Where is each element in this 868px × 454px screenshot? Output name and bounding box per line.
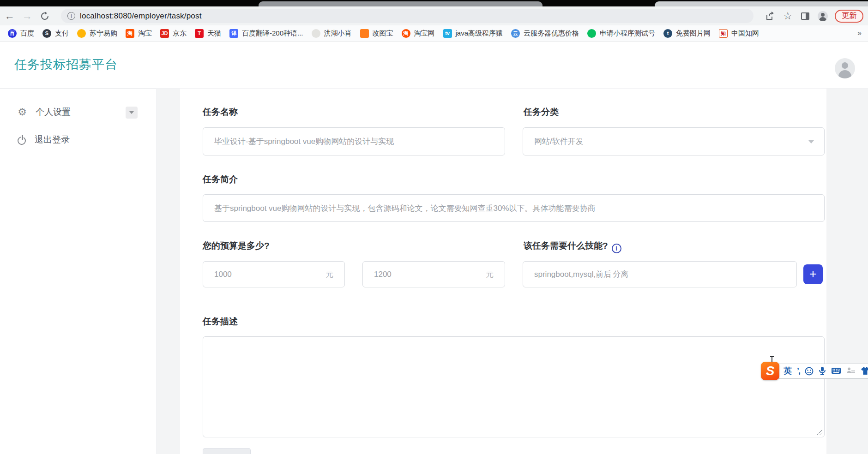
skin-shirt-icon[interactable] (861, 367, 868, 375)
profile-icon[interactable] (817, 11, 828, 22)
keyboard-icon[interactable] (831, 367, 841, 375)
budget-min-input[interactable]: 1000 元 (203, 261, 345, 287)
bookmark-item[interactable]: 百 百度 (4, 27, 38, 40)
task-post-form: 任务名称 毕业设计-基于springboot vue购物网站的设计与实现 任务分… (180, 89, 826, 454)
bookmark-label: 云服务器优惠价格 (524, 29, 579, 38)
sidebar-item-personal-settings[interactable]: ⚙ 个人设置 (0, 101, 157, 124)
bookmark-favicon: tv (443, 29, 452, 38)
budget-unit: 元 (486, 269, 494, 280)
sidebar: ⚙ 个人设置 退出登录 (0, 89, 157, 454)
bookmark-item[interactable]: 知 中国知网 (715, 27, 763, 40)
resize-handle-icon[interactable] (817, 430, 822, 435)
bookmark-favicon: 百 (8, 29, 17, 38)
address-bar[interactable]: i localhost:8080/employer/task/post (61, 9, 753, 23)
bookmark-label: 京东 (173, 29, 187, 38)
bookmark-label: java高级程序猿 (456, 29, 503, 38)
share-icon[interactable] (765, 11, 776, 22)
text-caret (612, 270, 612, 279)
task-name-value: 毕业设计-基于springboot vue购物网站的设计与实现 (214, 136, 394, 147)
app-title: 任务投标招募平台 (14, 56, 118, 73)
browser-tab[interactable] (259, 1, 542, 6)
site-info-icon[interactable]: i (67, 12, 75, 20)
bookmark-label: 中国知网 (731, 29, 759, 38)
chevron-down-icon (129, 111, 134, 114)
reload-icon[interactable] (37, 8, 53, 24)
url-text: localhost:8080/employer/task/post (80, 12, 202, 21)
ime-punctuation-toggle[interactable]: ’, (797, 366, 800, 376)
bookmark-favicon: T (195, 29, 204, 38)
bookmark-item[interactable]: JD 京东 (156, 27, 191, 40)
user-avatar[interactable] (835, 58, 855, 78)
task-category-value: 网站/软件开发 (534, 136, 584, 147)
budget-label: 您的预算是多少? (203, 240, 270, 252)
task-intro-input[interactable]: 基于springboot vue购物网站的设计与实现，包含源码和论文，论文需要知… (203, 194, 825, 222)
bookmark-label: 苏宁易购 (90, 29, 117, 38)
bookmark-item[interactable]: 苏宁易购 (73, 27, 121, 40)
browser-tab-active[interactable] (655, 1, 868, 6)
bookmarks-overflow-icon[interactable]: » (857, 29, 864, 37)
submit-button-partial[interactable] (203, 448, 251, 454)
side-panel-icon[interactable] (800, 11, 811, 22)
bookmark-item[interactable]: S 支付 (38, 27, 73, 40)
task-name-input[interactable]: 毕业设计-基于springboot vue购物网站的设计与实现 (203, 127, 505, 155)
bookmark-favicon: 云 (511, 29, 520, 38)
main-content: 任务名称 毕业设计-基于springboot vue购物网站的设计与实现 任务分… (157, 89, 868, 454)
gear-icon: ⚙ (17, 106, 28, 118)
bookmark-favicon (360, 29, 369, 38)
sidebar-item-label: 退出登录 (35, 134, 70, 146)
bookmark-label: 百度 (20, 29, 34, 38)
bookmark-item[interactable]: 淘 淘宝 (121, 27, 156, 40)
task-intro-label: 任务简介 (203, 173, 238, 185)
bookmark-label: 淘宝 (138, 29, 152, 38)
microphone-icon[interactable] (819, 366, 826, 376)
bookmark-item[interactable]: t 免费图片网 (659, 27, 715, 40)
bookmark-item[interactable]: 改图宝 (356, 27, 398, 40)
info-icon[interactable]: i (612, 244, 621, 253)
task-name-label: 任务名称 (203, 106, 238, 118)
sidebar-item-label: 个人设置 (36, 106, 71, 118)
bookmark-label: 改图宝 (373, 29, 393, 38)
bookmark-label: 百度翻译-200种语... (242, 29, 303, 38)
bookmark-label: 支付 (55, 29, 69, 38)
task-intro-value: 基于springboot vue购物网站的设计与实现，包含源码和论文，论文需要知… (214, 203, 596, 214)
budget-unit: 元 (326, 269, 333, 280)
add-skill-button[interactable]: + (803, 264, 823, 284)
bookmark-item[interactable]: 申请小程序测试号 (583, 27, 659, 40)
select-caret-icon (808, 140, 814, 143)
bookmark-label: 天猫 (207, 29, 221, 38)
sidebar-item-logout[interactable]: 退出登录 (0, 128, 157, 151)
bookmark-favicon: 淘 (402, 29, 410, 38)
bookmark-item[interactable]: 译 百度翻译-200种语... (225, 27, 307, 40)
bookmark-item[interactable]: 淘 淘宝网 (398, 27, 439, 40)
bookmark-favicon (587, 29, 596, 38)
skills-label: 该任务需要什么技能?i (524, 240, 621, 253)
ime-toolbox-icon[interactable] (846, 367, 856, 375)
budget-max-value: 1200 (374, 270, 392, 279)
skills-value-after-caret: 分离 (613, 269, 628, 280)
skills-input[interactable]: springboot,mysql,前后 分离 (523, 261, 797, 287)
description-label: 任务描述 (203, 316, 238, 328)
bookmark-favicon: S (42, 29, 51, 38)
sidebar-expand-button[interactable] (126, 107, 138, 119)
description-textarea[interactable] (203, 336, 825, 437)
sogou-logo-icon[interactable]: S (761, 362, 779, 380)
bookmark-item[interactable]: tv java高级程序猿 (439, 27, 507, 40)
chrome-update-button[interactable]: 更新 (835, 10, 863, 23)
screen: ← → i localhost:8080/employer/task/post … (0, 0, 868, 454)
back-icon[interactable]: ← (2, 8, 18, 24)
bookmark-item[interactable]: T 天猫 (191, 27, 225, 40)
forward-icon[interactable]: → (19, 8, 35, 24)
ime-language-toggle[interactable]: 英 (784, 365, 792, 376)
bookmark-star-icon[interactable]: ☆ (782, 11, 793, 22)
bookmark-item[interactable]: 洪湖小肖 (307, 27, 356, 40)
bookmark-item[interactable]: 云 云服务器优惠价格 (507, 27, 583, 40)
browser-toolbar: ← → i localhost:8080/employer/task/post … (0, 6, 868, 25)
bookmark-favicon: 知 (719, 29, 728, 38)
bookmark-favicon (77, 29, 86, 38)
bookmarks-bar: 百 百度 S 支付 苏宁易购 淘 淘宝 JD 京东 T 天猫 译 百度翻译-20… (0, 25, 868, 42)
task-category-select[interactable]: 网站/软件开发 (523, 127, 825, 155)
emoji-icon[interactable] (805, 367, 814, 376)
budget-max-input[interactable]: 1200 元 (362, 261, 505, 287)
bookmark-label: 洪湖小肖 (324, 29, 352, 38)
bookmark-favicon (312, 29, 320, 38)
